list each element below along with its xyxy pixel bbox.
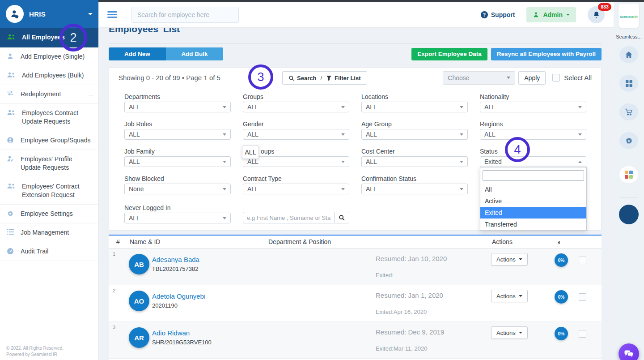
action-button-row: Add New Add Bulk Export Employee Data Re… [109, 47, 602, 60]
modules-button[interactable] [619, 166, 638, 183]
filter-status: Status Exited All Active Exited Transfer… [480, 147, 586, 167]
select-all-checkbox[interactable] [552, 74, 560, 81]
chevron-down-icon [88, 13, 93, 15]
job-family-select[interactable]: ALL [124, 156, 231, 167]
gauge-icon [7, 248, 14, 255]
employee-search-input[interactable] [131, 7, 239, 23]
search-filter-toggle-button[interactable]: Search / Filter List [282, 71, 367, 85]
seamlesshr-logo[interactable]: SeamlessHR [619, 4, 639, 28]
sidebar-item-contract-extension-request[interactable]: Employees' Contract Extension Request [0, 177, 98, 205]
chevron-down-icon [223, 106, 226, 108]
row-actions-button[interactable]: Actions [491, 326, 528, 339]
apply-button[interactable]: Apply [518, 71, 546, 85]
sidebar-item-audit-trail[interactable]: Audit Trail [0, 242, 98, 261]
sidebar-item-job-management[interactable]: Job Management [0, 223, 98, 242]
row-actions-button[interactable]: Actions [491, 253, 528, 266]
row-checkbox[interactable] [579, 330, 586, 338]
powered-by-line: Powered by SeamlessHR [6, 351, 64, 358]
bulk-action-value: Choose [448, 74, 469, 81]
select-value: ALL [247, 131, 258, 138]
select-value: ALL [484, 103, 496, 111]
filter-label: Regions [480, 120, 586, 129]
filter-cost-center: Cost Center ALL [361, 147, 468, 167]
hamburger-menu-icon[interactable] [107, 10, 117, 19]
column-header-name-id: Name & ID [130, 238, 160, 245]
settings-button[interactable] [619, 132, 638, 149]
bulk-action-select[interactable]: Choose [443, 71, 515, 85]
chevron-down-icon [519, 295, 522, 297]
filter-nationality: Nationality ALL [480, 93, 586, 112]
sidebar-item-employee-settings[interactable]: Employee Settings [0, 205, 98, 223]
sidebar-item-group-squads[interactable]: Employee Group/Squads [0, 131, 98, 150]
select-value: ALL [247, 158, 258, 165]
apps-button[interactable] [619, 75, 638, 92]
module-switcher[interactable]: HRIS [0, 0, 98, 28]
sidebar-item-profile-update-requests[interactable]: Employees' Profile Update Requests [0, 150, 98, 177]
rail-caption: Seamless... [614, 34, 644, 39]
export-employee-data-button[interactable]: Export Employee Data [411, 48, 487, 60]
copyright-footer: © 2022. All Rights Reserved. Powered by … [6, 345, 64, 358]
status-option-exited[interactable]: Exited [480, 207, 586, 219]
user-avatar[interactable] [619, 205, 639, 224]
job-roles-select[interactable]: ALL [124, 129, 231, 140]
status-dropdown-search-input[interactable] [483, 170, 584, 181]
sidebar-item-label: Job Management [21, 228, 69, 237]
notifications-button[interactable]: 883 [588, 6, 605, 23]
sidebar-item-add-employees-bulk[interactable]: Add Employees (Bulk) [0, 66, 98, 85]
filter-label: Never Logged In [124, 204, 231, 213]
status-option-transferred[interactable]: Transferred [480, 219, 586, 230]
sidebar-item-all-employees[interactable]: All Employees [0, 28, 98, 47]
logo-text: Seamless [620, 15, 633, 18]
admin-menu-button[interactable]: Admin [526, 7, 576, 22]
tooltip: ALL [242, 146, 259, 159]
status-option-active[interactable]: Active [480, 195, 586, 207]
divider [109, 43, 602, 44]
filter-label: Departments [124, 93, 231, 102]
show-blocked-select[interactable]: None [124, 184, 231, 194]
exited-date: Exited:Apr 16, 2020 [376, 309, 427, 315]
home-button[interactable] [619, 46, 638, 63]
employee-name-link[interactable]: Adio Ridwan [152, 329, 190, 337]
name-search-button[interactable] [334, 212, 349, 223]
status-option-all[interactable]: All [480, 184, 586, 195]
marketplace-button[interactable] [619, 103, 638, 120]
left-sidebar: HRIS All Employees Add Employee (Single)… [0, 0, 98, 360]
employee-name-link[interactable]: Adesanya Bada [152, 256, 199, 263]
pagination-summary: Showing 0 - 20 of 99 • Page 1 of 5 [119, 74, 220, 81]
row-checkbox[interactable] [579, 293, 586, 301]
topbar: ? Support Admin 883 [98, 2, 614, 28]
regions-select[interactable]: ALL [480, 129, 586, 140]
never-logged-in-select[interactable]: ALL [124, 213, 231, 223]
departments-select[interactable]: ALL [124, 102, 231, 112]
row-checkbox[interactable] [579, 257, 586, 264]
employee-name-link[interactable]: Adetola Ogunyebi [152, 292, 205, 300]
add-bulk-button[interactable]: Add Bulk [166, 47, 223, 60]
chevron-down-icon [507, 77, 510, 79]
column-header-index: # [116, 238, 120, 245]
filter-departments: Departments ALL [124, 93, 231, 112]
chat-widget-button[interactable] [619, 343, 639, 360]
chevron-down-icon [566, 14, 570, 16]
sidebar-item-add-employee-single[interactable]: Add Employee (Single) [0, 47, 98, 66]
groups-select[interactable]: ALL [243, 102, 349, 112]
sidebar-item-contract-update-requests[interactable]: Employees Contract Update Requests [0, 104, 98, 131]
employees-table: # Name & ID Department & Position Action… [109, 235, 602, 360]
resync-payroll-button[interactable]: Resync all Employees with Payroll [491, 48, 602, 60]
select-value: ALL [484, 131, 496, 138]
age-group-select[interactable]: ALL [361, 129, 468, 140]
row-actions-button[interactable]: Actions [491, 290, 528, 302]
contract-type-select[interactable]: ALL [243, 184, 349, 194]
sidebar-item-label: Employees' Profile Update Requests [21, 155, 93, 172]
add-new-button[interactable]: Add New [109, 47, 166, 60]
name-search-input[interactable] [243, 212, 335, 223]
gender-select[interactable]: ALL [243, 129, 349, 140]
support-link[interactable]: ? Support [481, 11, 515, 18]
confirmation-status-select[interactable]: ALL [361, 184, 468, 194]
cost-center-select[interactable]: ALL [361, 156, 468, 167]
locations-select[interactable]: ALL [361, 102, 468, 112]
nationality-select[interactable]: ALL [480, 102, 586, 112]
status-select[interactable]: Exited [480, 156, 586, 167]
select-all-control[interactable]: Select All [552, 74, 592, 81]
resumed-date: Resumed: Dec 9, 2019 [376, 328, 444, 336]
sidebar-item-redeployment[interactable]: Redeployment ... [0, 85, 98, 104]
